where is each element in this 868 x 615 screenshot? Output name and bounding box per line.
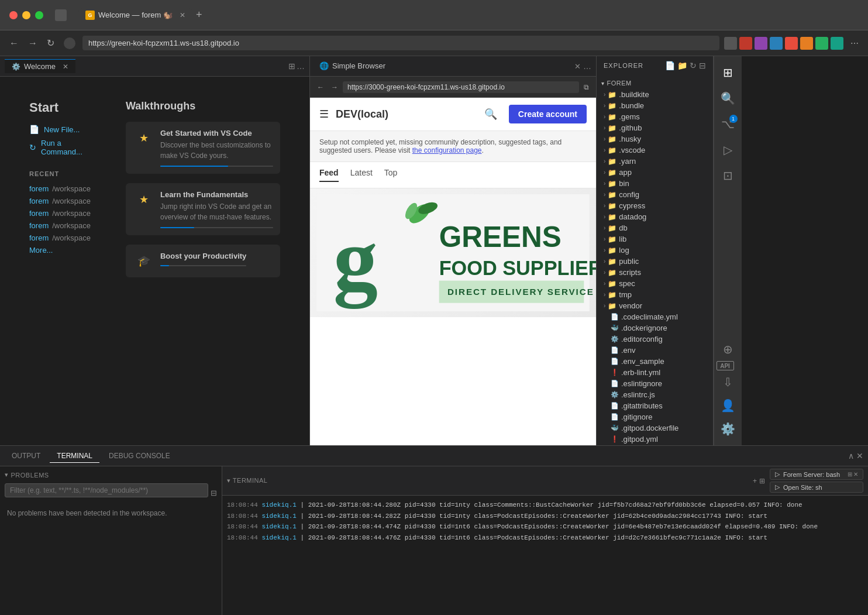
new-folder-button[interactable]: 📁 — [677, 61, 687, 70]
back-button[interactable]: ← — [7, 36, 21, 51]
vscode-layout: ⚙️ Welcome ✕ ⊞ … Start 📄 New — [0, 56, 868, 615]
folder-vscode[interactable]: ›📁.vscode — [597, 145, 713, 156]
walkthrough-item-0[interactable]: ★ Get Started with VS Code Discover the … — [126, 122, 280, 174]
file-editorconfig[interactable]: ⚙️.editorconfig — [597, 334, 713, 345]
folder-github[interactable]: ›📁.github — [597, 122, 713, 133]
file-gitignore[interactable]: 📄.gitignore — [597, 411, 713, 422]
file-env[interactable]: 📄.env — [597, 345, 713, 356]
walkthrough-item-1[interactable]: ★ Learn the Fundamentals Jump right into… — [126, 183, 280, 235]
new-tab-button[interactable]: + — [192, 8, 206, 22]
folder-public[interactable]: ›📁public — [597, 256, 713, 267]
session-split-0[interactable]: ⊞ — [848, 471, 852, 477]
active-tab[interactable]: G Welcome — forem 🐿️ ✕ — [78, 8, 192, 22]
welcome-tab-close[interactable]: ✕ — [63, 63, 68, 71]
search-activity-icon[interactable]: 🔍 — [717, 87, 740, 110]
split-editor-button[interactable]: ⊞ — [288, 61, 295, 71]
file-eslintignore[interactable]: 📄.eslintignore — [597, 378, 713, 389]
output-tab[interactable]: OUTPUT — [5, 449, 47, 462]
session-close-0[interactable]: ✕ — [853, 471, 858, 477]
file-erb-lint[interactable]: ❗.erb-lint.yml — [597, 367, 713, 378]
more-options-button[interactable]: ⋯ — [848, 36, 861, 50]
more-actions-button[interactable]: … — [297, 61, 305, 71]
files-icon[interactable]: ⊞ — [717, 61, 740, 84]
browser-forward-button[interactable]: → — [329, 82, 340, 92]
source-control-icon[interactable]: ⌥ 1 — [717, 112, 740, 136]
browser-panel-close[interactable]: ✕ — [574, 62, 581, 71]
config-page-link[interactable]: the configuration page — [412, 146, 482, 154]
refresh-button[interactable]: ↻ — [690, 61, 697, 70]
terminal-split-button[interactable]: ⊞ — [759, 477, 765, 485]
terminal-session-1[interactable]: ▷ Open Site: sh — [770, 482, 863, 493]
folder-log[interactable]: ›📁log — [597, 245, 713, 256]
file-gitpod-yml[interactable]: ❗.gitpod.yml — [597, 434, 713, 445]
cap-icon-2: 🎓 — [135, 252, 153, 270]
debug-icon[interactable]: ▷ — [717, 138, 740, 162]
feed-tab-top[interactable]: Top — [384, 168, 398, 182]
folder-config[interactable]: ›📁config — [597, 189, 713, 200]
file-gitpod-dockerfile[interactable]: 🐳.gitpod.dockerfile — [597, 422, 713, 434]
remote-icon[interactable]: ⊕ — [717, 338, 740, 361]
folder-husky[interactable]: ›📁.husky — [597, 133, 713, 145]
file-gitattributes[interactable]: 📄.gitattributes — [597, 400, 713, 411]
folder-cypress[interactable]: ›📁cypress — [597, 200, 713, 211]
folder-datadog[interactable]: ›📁datadog — [597, 211, 713, 222]
file-env-sample[interactable]: 📄.env_sample — [597, 356, 713, 367]
walkthrough-item-2[interactable]: 🎓 Boost your Productivity — [126, 245, 280, 277]
folder-bin[interactable]: ›📁bin — [597, 178, 713, 189]
extensions-icon[interactable]: ⊡ — [717, 164, 740, 187]
download-icon[interactable]: ⇩ — [717, 370, 740, 394]
panel-collapse-button[interactable]: ∧ — [848, 451, 854, 461]
forem-section[interactable]: ▾ FOREM — [597, 77, 713, 89]
browser-open-external[interactable]: ⧉ — [581, 82, 591, 92]
close-button[interactable] — [9, 11, 18, 19]
browser-url-field[interactable] — [343, 81, 579, 93]
new-file-link[interactable]: 📄 New File... — [29, 125, 91, 134]
folder-db[interactable]: ›📁db — [597, 222, 713, 233]
folder-vendor[interactable]: ›📁vendor — [597, 300, 713, 311]
maximize-button[interactable] — [35, 11, 43, 19]
more-link[interactable]: More... — [29, 246, 53, 255]
no-problems-text: No problems have been detected in the wo… — [5, 507, 217, 520]
new-file-button[interactable]: 📄 — [665, 61, 675, 70]
run-command-link[interactable]: ↻ Run a Command... — [29, 139, 91, 156]
url-input[interactable] — [82, 36, 719, 50]
welcome-tab[interactable]: ⚙️ Welcome ✕ — [5, 59, 75, 73]
folder-spec[interactable]: ›📁spec — [597, 278, 713, 289]
terminal-session-0[interactable]: ▷ Forem Server: bash ⊞ ✕ — [770, 469, 863, 480]
problems-filter-input[interactable] — [5, 483, 208, 497]
terminal-add-button[interactable]: + — [753, 477, 757, 485]
feed-tab-feed[interactable]: Feed — [319, 168, 339, 182]
browser-panel-more[interactable]: … — [583, 61, 591, 71]
feed-tab-latest[interactable]: Latest — [350, 168, 373, 182]
reload-button[interactable]: ↻ — [44, 35, 57, 51]
settings-icon[interactable]: ⚙️ — [717, 417, 740, 441]
folder-app[interactable]: ›📁app — [597, 167, 713, 178]
folder-gems[interactable]: ›📁.gems — [597, 111, 713, 122]
folder-bundle[interactable]: ›📁.bundle — [597, 100, 713, 111]
terminal-tab[interactable]: TERMINAL — [50, 449, 99, 463]
search-icon[interactable]: 🔍 — [484, 108, 497, 121]
folder-lib[interactable]: ›📁lib — [597, 233, 713, 245]
folder-tmp[interactable]: ›📁tmp — [597, 289, 713, 300]
minimize-button[interactable] — [22, 11, 30, 19]
api-icon[interactable]: API — [717, 361, 734, 370]
tab-close-button[interactable]: ✕ — [180, 11, 185, 19]
debug-console-tab[interactable]: DEBUG CONSOLE — [102, 449, 177, 462]
account-icon[interactable]: 👤 — [717, 394, 740, 417]
file-codeclimate[interactable]: 📄.codeclimate.yml — [597, 311, 713, 322]
filter-button[interactable]: ⊟ — [211, 489, 217, 497]
folder-yarn[interactable]: ›📁.yarn — [597, 156, 713, 167]
recent-title: Recent — [29, 170, 91, 177]
file-dockerignore[interactable]: 🐳.dockerignore — [597, 322, 713, 334]
folder-scripts[interactable]: ›📁scripts — [597, 267, 713, 278]
hamburger-icon[interactable]: ☰ — [319, 108, 329, 121]
folder-buildkite[interactable]: ›📁.buildkite — [597, 89, 713, 100]
walkthroughs-section: Walkthroughs ★ Get Started with VS Code … — [126, 100, 280, 287]
forward-button[interactable]: → — [26, 36, 40, 51]
browser-back-button[interactable]: ← — [315, 82, 326, 92]
start-section: Start 📄 New File... ↻ Run a Command... R… — [29, 100, 91, 287]
create-account-button[interactable]: Create account — [509, 105, 587, 123]
file-eslintrc[interactable]: ⚙️.eslintrc.js — [597, 389, 713, 400]
panel-close-button[interactable]: ✕ — [856, 451, 863, 461]
collapse-all-button[interactable]: ⊟ — [699, 61, 706, 70]
